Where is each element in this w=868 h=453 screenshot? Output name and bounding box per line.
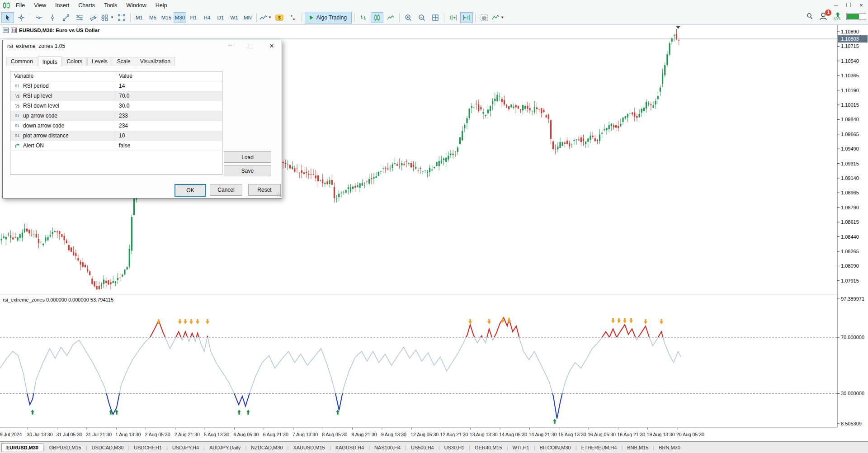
line-chart-mode-button[interactable] (384, 12, 397, 23)
dialog-minimize-button[interactable] (223, 40, 237, 52)
account-notifications-icon[interactable]: 1 (819, 12, 829, 21)
window-controls: × (832, 1, 865, 9)
timeframe-button-mn[interactable]: MN (241, 12, 254, 23)
symbol-tab-usdcad-m30[interactable]: USDCAD,M30 (87, 444, 128, 452)
menu-item-tools[interactable]: Tools (99, 0, 122, 11)
algo-trading-button[interactable]: Algo Trading (305, 12, 352, 24)
dialog-close-button[interactable]: × (264, 40, 279, 52)
dialog-tab-levels[interactable]: Levels (87, 57, 112, 66)
zoom-out-button[interactable] (415, 12, 428, 23)
int-type-icon: 01 (14, 131, 20, 141)
symbol-tab-bitcoin-m30[interactable]: BITCOIN,M30 (535, 444, 576, 452)
input-row[interactable]: ½RSI down level30.0 (10, 101, 222, 111)
symbol-tab-xauusd-m15[interactable]: XAUUSD,M15 (288, 444, 329, 452)
symbol-tab-usdjpy-h4[interactable]: USDJPY,H4 (168, 444, 203, 452)
vertical-line-tool-button[interactable] (46, 12, 59, 23)
candlestick-mode-button[interactable] (371, 12, 383, 23)
trendline-tool-button[interactable] (60, 12, 72, 23)
dialog-title-bar[interactable]: rsi_extreme_zones 1.05 × (3, 40, 282, 52)
cursor-tool-button[interactable] (1, 12, 14, 23)
input-value[interactable]: 70.0 (115, 91, 222, 101)
input-row[interactable]: 01up arrow code233 (10, 111, 222, 121)
symbol-tab-gbpusd-m15[interactable]: GBPUSD,M15 (45, 444, 86, 452)
inputs-table[interactable]: VariableValue01RSI period14½RSI up level… (10, 71, 222, 175)
zoom-in-button[interactable] (402, 12, 415, 23)
close-window-button[interactable]: × (857, 1, 865, 9)
menu-item-charts[interactable]: Charts (74, 0, 99, 11)
input-value[interactable]: 14 (115, 81, 222, 91)
menu-item-file[interactable]: File (11, 0, 29, 11)
channel-tool-button[interactable] (87, 12, 99, 23)
dialog-tab-scale[interactable]: Scale (113, 57, 135, 66)
ok-button[interactable]: OK (175, 184, 206, 197)
screenshot-button[interactable] (478, 12, 491, 23)
restore-window-button[interactable] (844, 1, 853, 9)
timeframe-button-w1[interactable]: W1 (228, 12, 241, 23)
timeframe-button-h4[interactable]: H4 (201, 12, 213, 23)
horizontal-line-tool-button[interactable] (33, 12, 45, 23)
price-tick-label: 1.09840 (841, 117, 859, 122)
symbol-tab-nas100-h4[interactable]: NAS100,H4 (370, 444, 405, 452)
symbol-tab-xagusd-h4[interactable]: XAGUSD,H4 (331, 444, 369, 452)
save-button[interactable]: Save (224, 165, 271, 176)
input-value[interactable]: 234 (115, 121, 222, 131)
selection-rectangle-tool-button[interactable] (115, 12, 128, 23)
timeframe-button-m15[interactable]: M15 (160, 12, 173, 23)
int-type-icon: 01 (14, 121, 20, 131)
crosshair-tool-button[interactable] (15, 12, 28, 23)
dialog-tab-colors[interactable]: Colors (62, 57, 87, 66)
bar-chart-mode-button[interactable] (357, 12, 370, 23)
input-row[interactable]: 01plot arrow distance10 (10, 131, 222, 141)
minimize-window-button[interactable] (832, 1, 840, 9)
symbol-tab-audjpy-daily[interactable]: AUDJPY,Daily (205, 444, 245, 452)
input-row[interactable]: 01down arrow code234 (10, 121, 222, 131)
timeframe-button-m5[interactable]: M5 (146, 12, 159, 23)
notification-count-badge: 1 (825, 9, 831, 16)
dialog-tab-inputs[interactable]: Inputs (38, 57, 62, 66)
input-row[interactable]: Alert ONfalse (10, 141, 222, 151)
shapes-tool-button[interactable]: ▼ (100, 12, 114, 23)
menu-item-help[interactable]: Help (151, 0, 172, 11)
menu-item-insert[interactable]: Insert (51, 0, 74, 11)
menu-item-view[interactable]: View (29, 0, 51, 11)
symbol-tab-usdchf-h1[interactable]: USDCHF,H1 (129, 444, 166, 452)
symbol-tab-wti-h1[interactable]: WTI,H1 (508, 444, 533, 452)
depth-of-market-button[interactable] (287, 12, 299, 23)
price-tick-label: 1.09315 (841, 161, 859, 166)
menu-item-window[interactable]: Window (122, 0, 151, 11)
input-value[interactable]: 30.0 (115, 101, 222, 111)
timeframe-button-d1[interactable]: D1 (214, 12, 227, 23)
cancel-button[interactable]: Cancel (210, 184, 242, 196)
levels-tool-button[interactable] (73, 12, 86, 23)
dialog-maximize-button[interactable] (244, 40, 258, 52)
dialog-tab-common[interactable]: Common (6, 57, 38, 66)
dialog-tab-visualization[interactable]: Visualization (136, 57, 175, 66)
input-row[interactable]: ½RSI up level70.0 (10, 91, 222, 101)
symbol-tab-us500-h4[interactable]: US500,H4 (406, 444, 439, 452)
search-icon[interactable] (806, 13, 813, 20)
load-button[interactable]: Load (224, 151, 271, 163)
chart-shift-button[interactable] (447, 12, 459, 23)
symbol-tab-ger40-m15[interactable]: GER40,M15 (470, 444, 507, 452)
symbol-tab-us30-h1[interactable]: US30,H1 (440, 444, 469, 452)
auto-scroll-button[interactable] (460, 12, 473, 23)
symbol-tab-eurusd-m30[interactable]: EURUSD,M30 (1, 443, 43, 452)
chart-object-list-button[interactable]: ▼ (259, 12, 272, 23)
symbol-tab-bnb-m15[interactable]: BNB,M15 (623, 444, 653, 452)
symbol-tab-brn-m30[interactable]: BRN,M30 (654, 444, 685, 452)
tile-windows-button[interactable] (429, 12, 442, 23)
account-level-icon[interactable]: LVL (834, 12, 841, 20)
input-value[interactable]: 10 (115, 131, 222, 141)
input-row[interactable]: 01RSI period14 (10, 81, 222, 91)
timeframe-button-h1[interactable]: H1 (187, 12, 200, 23)
timeframe-button-m1[interactable]: M1 (133, 12, 146, 23)
input-value[interactable]: false (115, 141, 222, 151)
dialog-resize-grip[interactable] (276, 193, 281, 197)
indicator-insert-button[interactable]: ▼ (491, 12, 505, 23)
timeframe-button-m30[interactable]: M30 (174, 12, 186, 23)
symbol-tab-ethereum-h4[interactable]: ETHEREUM,H4 (577, 444, 622, 452)
new-order-button[interactable]: $ (273, 12, 286, 23)
symbol-tab-nzdcad-m30[interactable]: NZDCAD,M30 (246, 444, 287, 452)
price-tick-label: 1.09665 (841, 132, 859, 137)
input-value[interactable]: 233 (115, 111, 222, 121)
